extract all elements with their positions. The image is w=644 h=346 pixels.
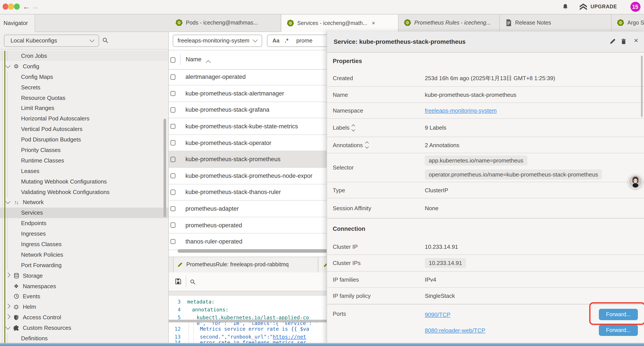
detail-header: Service: kube-prometheus-stack-prometheu…: [327, 31, 644, 52]
forward-button-9090[interactable]: Forward...: [599, 309, 638, 320]
row-checkbox[interactable]: [170, 74, 175, 79]
sidebar-item-network[interactable]: ↑↓Network: [0, 197, 168, 208]
sidebar-item-mutating-webhook-configurations[interactable]: Mutating Webhook Configurations: [0, 176, 168, 187]
tab-release-notes[interactable]: Release Notes: [500, 14, 612, 31]
save-icon[interactable]: [174, 278, 182, 287]
tab-services[interactable]: Services - icecheng@math... ×: [282, 14, 398, 32]
window-minimize-button[interactable]: [8, 4, 14, 10]
tab-close-icon[interactable]: ×: [372, 20, 375, 26]
upgrade-button[interactable]: UPGRADE: [590, 4, 617, 9]
bell-icon[interactable]: [562, 3, 568, 12]
sort-ascending-icon[interactable]: [206, 60, 211, 65]
labels-count[interactable]: 9 Labels: [425, 124, 446, 131]
sidebar-item-namespaces[interactable]: ❖Namespaces: [0, 281, 168, 291]
sidebar-item-custom-resources[interactable]: Custom Resources: [0, 323, 168, 333]
port-link-9090[interactable]: 9090/TCP: [425, 311, 450, 318]
window-close-button[interactable]: [3, 4, 8, 10]
forward-button[interactable]: →: [31, 2, 38, 11]
tab-bar: Navigator Pods - icecheng@mathmas... Ser…: [0, 14, 644, 32]
sidebar-item-secrets[interactable]: Secrets: [0, 82, 168, 92]
sidebar-item-endpoints[interactable]: Endpoints: [0, 218, 168, 229]
select-all-checkbox[interactable]: [170, 57, 175, 62]
tab-navigator[interactable]: Navigator: [0, 14, 35, 32]
sidebar-item-horizontal-pod-autoscalers[interactable]: Horizontal Pod Autoscalers: [0, 113, 168, 124]
document-icon: [506, 19, 512, 26]
annotations-count[interactable]: 2 Annotations: [425, 142, 460, 148]
delete-icon[interactable]: [621, 38, 626, 46]
sidebar-item-helm[interactable]: Helm: [0, 302, 168, 312]
window-zoom-button[interactable]: [14, 4, 20, 10]
row-checkbox[interactable]: [170, 124, 175, 129]
sidebar-item-resource-quotas[interactable]: Resource Quotas: [0, 92, 168, 103]
sidebar-item-config-maps[interactable]: Config Maps: [0, 72, 168, 82]
line-number: 13: [169, 334, 180, 340]
close-icon[interactable]: ×: [634, 36, 638, 45]
search-icon[interactable]: [102, 37, 108, 45]
regex-toggle[interactable]: .*: [285, 38, 288, 44]
sidebar-item-priority-classes[interactable]: Priority Classes: [0, 145, 168, 155]
section-heading-properties: Properties: [333, 58, 362, 64]
sidebar-item-vertical-pod-autoscalers[interactable]: Vertical Pod Autoscalers: [0, 124, 168, 134]
sidebar-scrollbar[interactable]: [164, 119, 166, 217]
row-checkbox[interactable]: [170, 206, 175, 211]
row-checkbox[interactable]: [170, 190, 175, 195]
cluster-ip-value: 10.233.14.91: [425, 243, 458, 250]
sidebar-item-definitions[interactable]: Definitions: [0, 333, 168, 344]
expand-collapse-icon[interactable]: [366, 142, 368, 148]
runbook-url-link: https://net: [273, 334, 306, 340]
selector-chip[interactable]: app.kubernetes.io/name=prometheus: [425, 155, 527, 166]
editor-tab-prometheusrule[interactable]: PrometheusRule: freeleaps-prod-rabbitmq: [173, 257, 318, 272]
tab-prometheus-rules[interactable]: Prometheus Rules - icecheng...: [398, 14, 500, 31]
editor-search-icon[interactable]: [190, 279, 196, 287]
sidebar-item-cron-jobs[interactable]: Cron Jobs: [0, 50, 168, 61]
line-number: 12: [169, 326, 180, 332]
pencil-icon: [177, 262, 183, 268]
edit-icon[interactable]: [609, 38, 616, 46]
sidebar-item-port-forwarding[interactable]: Port Forwarding: [0, 260, 168, 271]
expand-collapse-icon[interactable]: [352, 125, 355, 131]
row-checkbox[interactable]: [170, 140, 175, 145]
connection-row-ip-family-policy: IP family policy SingleStack: [327, 288, 644, 304]
puzzle-icon: [12, 325, 20, 331]
section-heading-connection: Connection: [333, 225, 366, 232]
sidebar-item-ingress-classes[interactable]: Ingress Classes: [0, 239, 168, 249]
port-link-8080-reloader-web[interactable]: 8080:reloader-web/TCP: [425, 327, 485, 334]
back-button[interactable]: ←: [23, 2, 30, 11]
chevron-right-icon: [6, 304, 10, 309]
sidebar-item-ingresses[interactable]: Ingresses: [0, 228, 168, 239]
type-value: ClusterIP: [425, 187, 448, 193]
row-checkbox[interactable]: [170, 239, 175, 244]
sidebar-item-validating-webhook-configurations[interactable]: Validating Webhook Configurations: [0, 187, 168, 197]
divider: [186, 276, 186, 287]
match-case-toggle[interactable]: Aa: [272, 38, 280, 44]
sidebar-item-services[interactable]: Services: [0, 208, 168, 218]
row-checkbox[interactable]: [170, 173, 175, 178]
divider: [0, 49, 168, 49]
tab-pods[interactable]: Pods - icecheng@mathmas...: [170, 14, 281, 31]
namespace-link[interactable]: freeleaps-monitoring-system: [425, 107, 497, 114]
upgrade-icon[interactable]: [579, 3, 588, 12]
kubeconfig-selector[interactable]: Local Kubeconfigs: [4, 34, 99, 47]
row-checkbox[interactable]: [170, 91, 175, 96]
sidebar-item-access-control[interactable]: Access Control: [0, 312, 168, 323]
sidebar-item-leases[interactable]: Leases: [0, 166, 168, 176]
sidebar-item-pod-disruption-budgets[interactable]: Pod Disruption Budgets: [0, 134, 168, 145]
forward-button-8080[interactable]: Forward...: [599, 325, 638, 336]
sidebar-item-limit-ranges[interactable]: Limit Ranges: [0, 103, 168, 113]
row-checkbox[interactable]: [170, 107, 175, 112]
sidebar-item-events[interactable]: Events: [0, 291, 168, 302]
tab-argo[interactable]: Argo Se: [612, 14, 644, 31]
sidebar-item-storage[interactable]: Storage: [0, 270, 168, 281]
column-header-name[interactable]: Name: [186, 56, 202, 63]
avatar[interactable]: [628, 174, 643, 189]
selector-chip[interactable]: operator.prometheus.io/name=kube-prometh…: [425, 169, 602, 180]
detail-scrollbar[interactable]: [641, 55, 643, 117]
row-checkbox[interactable]: [170, 157, 175, 162]
row-checkbox[interactable]: [170, 223, 175, 228]
sidebar-item-network-policies[interactable]: Network Policies: [0, 249, 168, 260]
namespace-selector[interactable]: freeleaps-monitoring-system: [173, 34, 262, 47]
sidebar-item-runtime-classes[interactable]: Runtime Classes: [0, 155, 168, 166]
cluster-ips-chip[interactable]: 10.233.14.91: [425, 258, 466, 268]
sidebar-item-config[interactable]: ⚙Config: [0, 61, 168, 72]
notification-badge[interactable]: 15: [630, 2, 640, 12]
